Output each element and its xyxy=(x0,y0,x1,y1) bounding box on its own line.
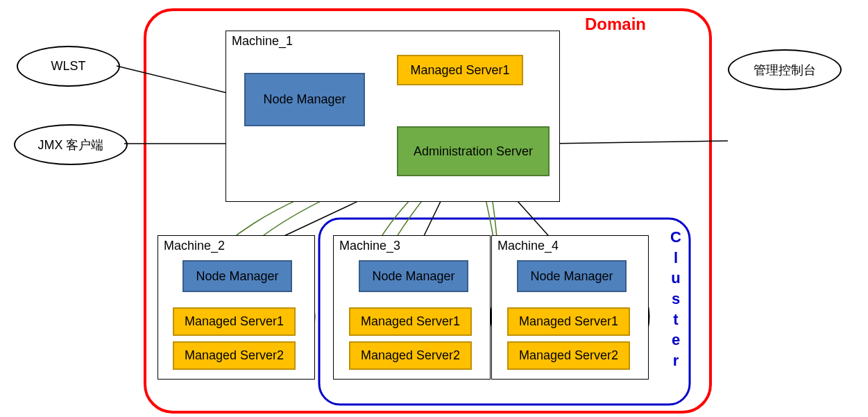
wlst-label: WLST xyxy=(51,59,85,74)
wlst-ellipse: WLST xyxy=(17,46,120,87)
machine3-managed-server1: Managed Server1 xyxy=(349,307,472,336)
admin-server: Administration Server xyxy=(397,126,550,176)
admin-console-ellipse: 管理控制台 xyxy=(728,49,842,90)
cluster-letter: e xyxy=(672,331,680,348)
ms-text: Managed Server1 xyxy=(519,314,618,329)
ms1-text: Managed Server1 xyxy=(410,63,509,78)
ms-text: Managed Server1 xyxy=(361,314,460,329)
machine3-managed-server2: Managed Server2 xyxy=(349,341,472,370)
machine2-managed-server2: Managed Server2 xyxy=(173,341,296,370)
cluster-letter: r xyxy=(673,352,679,369)
ms-text: Managed Server2 xyxy=(361,348,460,363)
machine2-managed-server1: Managed Server1 xyxy=(173,307,296,336)
cluster-letter: u xyxy=(671,269,680,287)
nm-text: Node Manager xyxy=(196,269,278,284)
cluster-label: C l u s t e r xyxy=(667,227,685,371)
domain-label: Domain xyxy=(585,15,646,34)
machine4-node-manager: Node Manager xyxy=(517,260,627,292)
machine4-managed-server1: Managed Server1 xyxy=(507,307,630,336)
nm-text: Node Manager xyxy=(530,269,613,284)
machine-3-label: Machine_3 xyxy=(339,239,400,253)
cluster-letter: C xyxy=(670,228,681,246)
machine-1-label: Machine_1 xyxy=(232,34,293,49)
admin-server-text: Administration Server xyxy=(414,144,533,159)
cluster-letter: t xyxy=(673,311,678,328)
jmx-label: JMX 客户端 xyxy=(37,137,103,153)
machine3-node-manager: Node Manager xyxy=(359,260,468,292)
ms-text: Managed Server1 xyxy=(185,314,284,329)
machine1-managed-server1: Managed Server1 xyxy=(397,55,523,85)
cluster-letter: s xyxy=(672,290,680,307)
ms-text: Managed Server2 xyxy=(519,348,618,363)
machine2-node-manager: Node Manager xyxy=(182,260,292,292)
nm-text: Node Manager xyxy=(372,269,454,284)
node-manager-text: Node Manager xyxy=(263,92,346,107)
admin-console-label: 管理控制台 xyxy=(754,62,816,78)
machine-2-label: Machine_2 xyxy=(164,239,225,253)
cluster-letter: l xyxy=(674,249,678,266)
machine4-managed-server2: Managed Server2 xyxy=(507,341,630,370)
jmx-client-ellipse: JMX 客户端 xyxy=(14,124,128,165)
machine1-node-manager: Node Manager xyxy=(244,73,365,126)
ms-text: Managed Server2 xyxy=(185,348,284,363)
machine-4-label: Machine_4 xyxy=(497,239,559,253)
